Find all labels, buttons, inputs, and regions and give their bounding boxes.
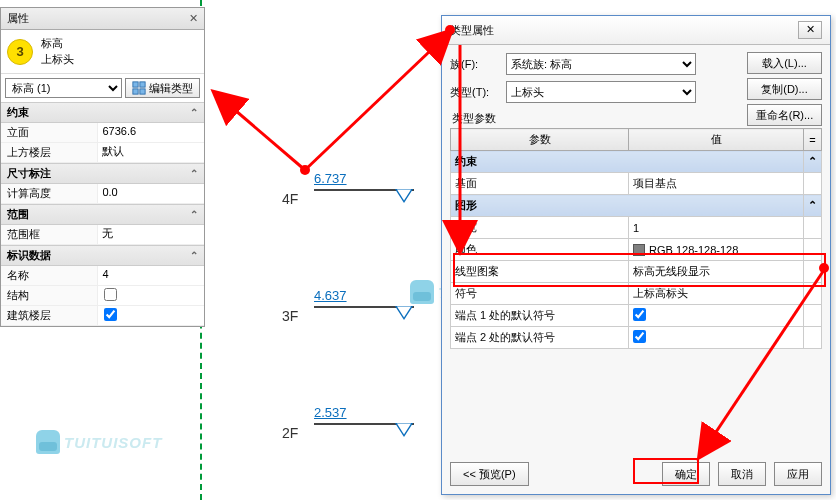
type-line-1: 标高 [41,36,74,51]
level-dim-4f[interactable]: 6.737 [314,171,347,186]
close-icon[interactable]: ✕ [189,12,198,25]
group-identity[interactable]: 标识数据⌃ [1,245,204,266]
level-marker-3f [395,306,413,320]
properties-title: 属性 [7,11,29,26]
type-properties-dialog: 类型属性 ✕ 族(F): 系统族: 标高 类型(T): 上标头 载入(L)...… [441,15,831,495]
dialog-title: 类型属性 [450,23,494,38]
edit-type-icon [132,81,146,95]
level-dim-3f: 4.637 [314,288,347,303]
col-param: 参数 [451,129,629,151]
row-symbol: 符号 上标高标头 [451,283,822,305]
properties-panel: 属性 ✕ 3 标高 上标头 标高 (1) 编辑类型 约束⌃ 立面 [0,7,205,327]
prop-elevation: 立面 [1,123,204,143]
instance-selector[interactable]: 标高 (1) [5,78,122,98]
collapse-icon[interactable]: ⌃ [190,250,198,261]
edit-type-button[interactable]: 编辑类型 [125,78,200,98]
svg-rect-0 [133,82,138,87]
row-end1: 端点 1 处的默认符号 [451,305,822,327]
end1-checkbox[interactable] [633,308,646,321]
close-button[interactable]: ✕ [798,21,822,39]
lineweight-field[interactable]: 1 [629,217,804,239]
edit-type-label: 编辑类型 [149,81,193,96]
name-field[interactable] [102,268,200,280]
level-marker-2f [395,423,413,437]
level-name-2f: 2F [282,425,298,441]
group-dim[interactable]: 尺寸标注⌃ [1,163,204,184]
linepattern-field[interactable]: 标高无线段显示 [629,261,804,283]
row-base: 基面 项目基点 [451,173,822,195]
row-color: 颜色 RGB 128-128-128 [451,239,822,261]
dialog-titlebar: 类型属性 ✕ [442,16,830,45]
apply-button[interactable]: 应用 [774,462,822,486]
prop-structural: 结构 [1,286,204,306]
type-label: 类型(T): [450,85,500,100]
col-eq: = [804,129,822,151]
type-params-table: 参数 值 = 约束⌃ 基面 项目基点 图形⌃ 线宽 1 颜色 RGB 128-1… [450,128,822,349]
grp-graphics[interactable]: 图形 [451,195,804,217]
level-name-4f[interactable]: 4F [282,191,298,207]
group-extent[interactable]: 范围⌃ [1,204,204,225]
base-field[interactable]: 项目基点 [629,173,804,195]
calc-height-field[interactable] [102,186,200,198]
level-dim-2f: 2.537 [314,405,347,420]
step-badge-3: 3 [7,39,33,65]
level-above-field[interactable] [102,146,200,158]
row-linepattern: 线型图案 标高无线段显示 [451,261,822,283]
family-label: 族(F): [450,57,500,72]
elevation-field[interactable] [102,125,200,137]
preview-button[interactable]: << 预览(P) [450,462,529,486]
row-lineweight: 线宽 1 [451,217,822,239]
color-swatch-icon [633,244,645,256]
cancel-button[interactable]: 取消 [718,462,766,486]
duplicate-button[interactable]: 复制(D)... [747,78,822,100]
svg-rect-2 [133,89,138,94]
prop-level-above: 上方楼层 [1,143,204,163]
prop-building-story: 建筑楼层 [1,306,204,326]
row-end2: 端点 2 处的默认符号 [451,327,822,349]
type-select[interactable]: 上标头 [506,81,696,103]
collapse-icon[interactable]: ⌃ [190,209,198,220]
group-constraints[interactable]: 约束⌃ [1,102,204,123]
building-story-checkbox[interactable] [104,308,117,321]
structural-checkbox[interactable] [104,288,117,301]
type-selector-block: 3 标高 上标头 [1,30,204,73]
level-name-3f: 3F [282,308,298,324]
load-button[interactable]: 载入(L)... [747,52,822,74]
grp-constraint[interactable]: 约束 [451,151,804,173]
color-field[interactable]: RGB 128-128-128 [629,239,804,261]
ok-button[interactable]: 确定 [662,462,710,486]
prop-calc-height: 计算高度 [1,184,204,204]
collapse-icon[interactable]: ⌃ [190,168,198,179]
watermark-1: TUITUISOFT [36,430,162,454]
properties-titlebar: 属性 ✕ [1,8,204,30]
col-value: 值 [629,129,804,151]
level-marker-4f[interactable] [395,189,413,203]
drawing-canvas[interactable]: 6.737 4F 4.637 3F 2.537 2F [210,7,440,497]
rename-button[interactable]: 重命名(R)... [747,104,822,126]
prop-scope-box: 范围框 [1,225,204,245]
svg-rect-3 [140,89,145,94]
prop-name: 名称 [1,266,204,286]
type-line-2: 上标头 [41,52,74,67]
svg-rect-1 [140,82,145,87]
symbol-field[interactable]: 上标高标头 [629,283,804,305]
scope-box-field[interactable] [102,228,200,240]
collapse-icon[interactable]: ⌃ [190,107,198,118]
family-select[interactable]: 系统族: 标高 [506,53,696,75]
end2-checkbox[interactable] [633,330,646,343]
